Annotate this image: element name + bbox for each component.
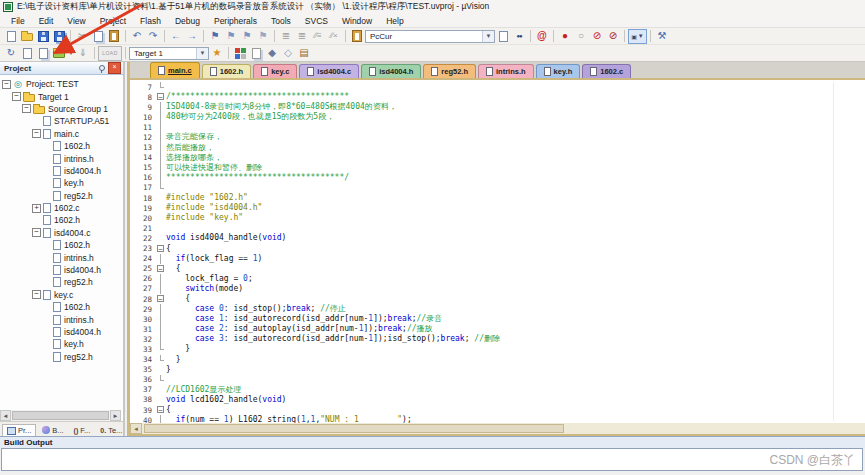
code-line[interactable]: 9ISD4004-8录音时间为8分钟，即8*60=480S根据4004的资料， — [130, 102, 865, 112]
load-button[interactable]: LOAD — [98, 46, 122, 61]
batch-build-button[interactable] — [51, 46, 67, 61]
editor-tab-isd4004-h[interactable]: isd4004.h — [361, 64, 421, 78]
code-line[interactable]: 31 case 2: isd_autoplay(isd_addr[num-1])… — [130, 324, 865, 334]
code-line[interactable]: 7 — [130, 82, 865, 92]
fold-toggle[interactable] — [156, 294, 166, 304]
panel-tab-b[interactable]: B... — [38, 424, 67, 436]
menu-peripherals[interactable]: Peripherals — [207, 16, 264, 26]
tree-toggle-minus[interactable]: − — [12, 92, 21, 101]
editor-tab-1602-h[interactable]: 1602.h — [202, 64, 251, 78]
breakpoint-disable-all-button[interactable]: ⊘ — [589, 29, 605, 44]
code-line[interactable]: 35} — [130, 365, 865, 375]
chevron-down-icon[interactable]: ▼ — [482, 31, 494, 42]
breakpoint-insert-button[interactable]: ● — [557, 29, 573, 44]
code-line[interactable]: 21 — [130, 223, 865, 233]
tree-toggle-minus[interactable]: − — [2, 80, 11, 89]
menu-edit[interactable]: Edit — [32, 16, 61, 26]
find-in-files-button[interactable] — [495, 29, 511, 44]
pin-icon[interactable] — [97, 64, 106, 73]
tree-item-reg52-h[interactable]: reg52.h — [2, 351, 123, 363]
fold-toggle[interactable] — [156, 405, 166, 415]
tree-item-project-test[interactable]: −◎Project: TEST — [2, 78, 123, 90]
menu-flash[interactable]: Flash — [133, 16, 168, 26]
code-line[interactable]: 38void lcd1602_handle(void) — [130, 395, 865, 405]
menu-window[interactable]: Window — [335, 16, 379, 26]
tree-item-intrins-h[interactable]: intrins.h — [2, 313, 123, 325]
code-line[interactable]: 32 case 3: isd_autorecord(isd_addr[num-1… — [130, 334, 865, 344]
code-line[interactable]: 34 } — [130, 355, 865, 365]
fold-toggle[interactable] — [156, 92, 166, 102]
manage-components-button[interactable] — [232, 46, 248, 61]
copy-button[interactable] — [90, 29, 106, 44]
editor-tab-main-c[interactable]: main.c — [150, 62, 200, 78]
navigate-forward-button[interactable]: → — [184, 29, 200, 44]
rebuild-button[interactable] — [35, 46, 51, 61]
comment-button[interactable]: ∕∕≡ — [310, 29, 326, 44]
editor-tab-key-c[interactable]: key.c — [253, 64, 297, 78]
tree-item-key-h[interactable]: key.h — [2, 177, 123, 189]
target-select[interactable]: Target 1 ▼ — [129, 47, 209, 60]
chevron-down-icon[interactable]: ▼ — [196, 48, 208, 59]
panel-tab-pr[interactable]: Pr... — [2, 424, 36, 436]
code-line[interactable]: 36 — [130, 375, 865, 385]
code-line[interactable]: 15可以快进快退和暂停、删除 — [130, 163, 865, 173]
menu-view[interactable]: View — [60, 16, 92, 26]
scroll-right-button[interactable]: ► — [110, 410, 121, 421]
tree-item-1602-h[interactable]: 1602.h — [2, 301, 123, 313]
tree-item-source-group-1[interactable]: −Source Group 1 — [2, 103, 123, 115]
code-view[interactable]: 78/*************************************… — [130, 80, 865, 423]
code-line[interactable]: 40 if(num == 1) L1602_string(1,1,"NUM : … — [130, 415, 865, 423]
editor-tab-reg52-h[interactable]: reg52.h — [423, 64, 476, 78]
editor-tab-1602-c[interactable]: 1602.c — [582, 64, 631, 78]
code-line[interactable]: 30 case 1: isd_autorecord(isd_addr[num-1… — [130, 314, 865, 324]
configure-tools-button[interactable]: ⚒ — [654, 29, 670, 44]
find-button[interactable]: ●● — [511, 29, 527, 44]
bookmark-clear-all-button[interactable]: ⚑ — [255, 29, 271, 44]
tree-item-main-c[interactable]: −main.c — [2, 128, 123, 140]
tree-item-isd4004-h[interactable]: isd4004.h — [2, 165, 123, 177]
save-button[interactable] — [35, 29, 51, 44]
undo-button[interactable]: ↶ — [129, 29, 145, 44]
tree-item-intrins-h[interactable]: intrins.h — [2, 251, 123, 263]
tree-item-key-h[interactable]: key.h — [2, 338, 123, 350]
tree-item-isd4004-h[interactable]: isd4004.h — [2, 326, 123, 338]
cut-button[interactable]: ✂ — [74, 29, 90, 44]
code-line[interactable]: 19#include "isd4004.h" — [130, 203, 865, 213]
tree-item-intrins-h[interactable]: intrins.h — [2, 152, 123, 164]
tree-item-isd4004-h[interactable]: isd4004.h — [2, 264, 123, 276]
panel-tab-te[interactable]: 0.Te... — [96, 424, 126, 436]
file-extensions-button[interactable] — [248, 46, 264, 61]
tree-item-1602-h[interactable]: 1602.h — [2, 214, 123, 226]
code-line[interactable]: 22void isd4004_handle(void) — [130, 233, 865, 243]
code-line[interactable]: 33 } — [130, 344, 865, 354]
tree-item-1602-h[interactable]: 1602.h — [2, 239, 123, 251]
navigate-back-button[interactable]: ← — [168, 29, 184, 44]
code-line[interactable]: 11 — [130, 122, 865, 132]
redo-button[interactable]: ↷ — [145, 29, 161, 44]
code-line[interactable]: 28 { — [130, 294, 865, 304]
find-combo[interactable]: PcCur ▼ — [365, 30, 495, 43]
breakpoint-enable-button[interactable]: ○ — [573, 29, 589, 44]
tree-toggle-minus[interactable]: − — [22, 104, 31, 113]
tree-item-startup-a51[interactable]: STARTUP.A51 — [2, 115, 123, 127]
editor-tab-isd4004-c[interactable]: isd4004.c — [299, 64, 359, 78]
build-output-header[interactable]: Build Output — [0, 436, 865, 448]
editor-hscrollbar[interactable]: ◄ — [130, 423, 865, 434]
close-panel-button[interactable]: × — [108, 62, 121, 74]
code-line[interactable]: 39{ — [130, 405, 865, 415]
code-line[interactable]: 26 lock_flag = 0; — [130, 274, 865, 284]
project-hscrollbar[interactable]: ◄ ► — [0, 410, 121, 421]
bookmark-toggle-button[interactable]: ⚑ — [207, 29, 223, 44]
code-line[interactable]: 25 { — [130, 264, 865, 274]
fold-toggle[interactable] — [156, 264, 166, 274]
select-pack-button[interactable]: ◇ — [280, 46, 296, 61]
code-line[interactable]: 24 if(lock_flag == 1) — [130, 254, 865, 264]
uncomment-button[interactable]: ∕∕× — [326, 29, 342, 44]
code-line[interactable]: 10480秒可分为2400段，也就是1S的段数为5段， — [130, 112, 865, 122]
bookmark-next-button[interactable]: ⚑ — [223, 29, 239, 44]
code-line[interactable]: 8/************************************* — [130, 92, 865, 102]
code-line[interactable]: 13然后能播放， — [130, 143, 865, 153]
code-line[interactable]: 16*************************************/ — [130, 173, 865, 183]
translate-file-button[interactable]: ↻ — [3, 46, 19, 61]
save-all-button[interactable] — [51, 29, 67, 44]
